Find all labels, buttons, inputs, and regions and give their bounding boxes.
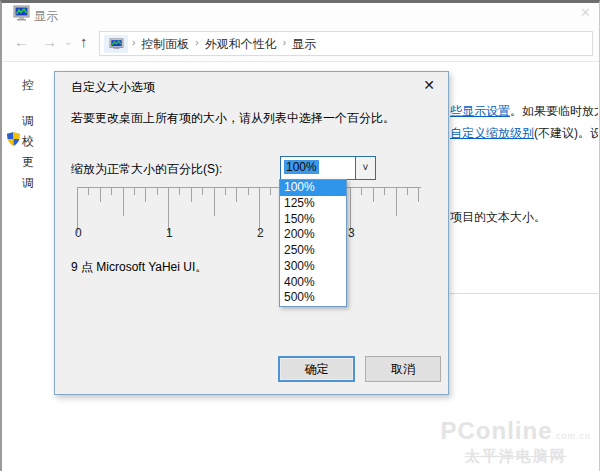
dialog-description: 若要更改桌面上所有项的大小，请从列表中选择一个百分比。 — [71, 110, 395, 127]
ok-button[interactable]: 确定 — [278, 356, 355, 382]
ruler-tick — [88, 188, 89, 195]
up-icon[interactable]: ↑ — [80, 33, 88, 50]
ruler-tick — [157, 188, 158, 195]
navigation-bar: ← → ⌄ ↑ › 控制面板 › 外观和个性化 › 显示 — [2, 27, 599, 62]
body-text: 。如果要临时放大 — [510, 104, 598, 118]
ruler-tick — [202, 188, 203, 195]
ruler-inch-label: 3 — [348, 226, 362, 240]
watermark-suffix: .com.cn — [552, 431, 591, 441]
dropdown-option[interactable]: 300% — [280, 259, 346, 275]
body-text: (不建议)。设置 — [534, 126, 598, 140]
combobox-selected-text: 100% — [284, 160, 319, 174]
ruler-inch-label: 1 — [166, 226, 180, 240]
sidebar-item-fragment[interactable]: 校 — [22, 133, 52, 150]
breadcrumb-display-icon — [104, 35, 128, 53]
ruler-tick — [179, 188, 180, 195]
address-bar[interactable]: › 控制面板 › 外观和个性化 › 显示 — [99, 31, 593, 56]
breadcrumb-appearance[interactable]: 外观和个性化 — [199, 36, 283, 53]
breadcrumb-display[interactable]: 显示 — [286, 36, 322, 53]
font-sample-note: 9 点 Microsoft YaHei UI。 — [71, 259, 207, 276]
ruler-tick — [191, 188, 192, 202]
dropdown-option[interactable]: 125% — [280, 196, 346, 212]
display-window: 显示 ✕ ← → ⌄ ↑ › 控制面板 › 外观和个性化 › 显示 — [0, 0, 600, 471]
ruler-inch-label: 0 — [75, 226, 89, 240]
combobox-dropdown-button[interactable]: ˅ — [355, 157, 375, 179]
forward-icon[interactable]: → — [42, 33, 57, 50]
window-close-icon[interactable]: ✕ — [580, 5, 591, 20]
section-divider — [450, 293, 598, 294]
combobox-value-field[interactable]: 100% — [281, 157, 355, 179]
sidebar-item-fragment[interactable]: 调 — [22, 175, 52, 192]
ruler-tick — [100, 188, 101, 202]
pconline-watermark: PConline.com.cn 太平洋电脑网 — [440, 420, 591, 466]
title-bar: 显示 ✕ — [2, 3, 599, 27]
body-text-fragment: 些显示设置。如果要临时放大 — [450, 103, 598, 120]
ruler-tick — [373, 188, 374, 202]
ruler-tick — [384, 188, 385, 195]
custom-sizing-dialog: 自定义大小选项 ✕ 若要更改桌面上所有项的大小，请从列表中选择一个百分比。 缩放… — [54, 71, 449, 395]
watermark-subtitle: 太平洋电脑网 — [440, 447, 591, 466]
scale-percentage-label: 缩放为正常大小的百分比(S): — [71, 161, 222, 178]
dialog-close-icon[interactable]: ✕ — [423, 77, 435, 93]
scale-percentage-dropdown-list: 100%125%150%200%250%300%400%500% — [279, 179, 347, 307]
history-chevron-icon[interactable]: ⌄ — [64, 36, 72, 47]
ruler-tick — [214, 188, 215, 216]
display-settings-link[interactable]: 些显示设置 — [450, 104, 510, 118]
ruler-tick — [418, 188, 419, 202]
ruler-inch-label: 2 — [257, 226, 271, 240]
display-icon — [13, 5, 30, 22]
sidebar-item-fragment[interactable]: 控 — [22, 77, 52, 94]
dialog-title: 自定义大小选项 — [71, 79, 155, 96]
ruler-baseline — [77, 187, 421, 188]
ruler-tick — [396, 188, 397, 216]
sidebar-item-fragment[interactable]: 调 — [22, 113, 52, 130]
back-icon[interactable]: ← — [14, 33, 29, 50]
scale-percentage-combobox[interactable]: 100% ˅ — [280, 156, 376, 180]
dropdown-option[interactable]: 500% — [280, 290, 346, 306]
cancel-button[interactable]: 取消 — [365, 356, 441, 382]
breadcrumb-control-panel[interactable]: 控制面板 — [135, 36, 195, 53]
dropdown-option[interactable]: 200% — [280, 227, 346, 243]
ruler-tick — [134, 188, 135, 195]
body-text-fragment: 项目的文本大小。 — [450, 209, 598, 226]
dropdown-option[interactable]: 100% — [280, 180, 346, 196]
watermark-brand: PConline — [440, 417, 552, 444]
custom-scaling-link[interactable]: 自定义缩放级别 — [450, 126, 534, 140]
ruler-tick — [225, 188, 226, 195]
ruler-tick — [111, 188, 112, 195]
ruler-tick — [270, 188, 271, 195]
breadcrumb: › 控制面板 › 外观和个性化 › 显示 — [132, 36, 322, 53]
dropdown-option[interactable]: 400% — [280, 275, 346, 291]
ruler-tick — [145, 188, 146, 202]
body-text-fragment: 自定义缩放级别(不建议)。设置 — [450, 125, 598, 142]
sidebar-item-fragment[interactable]: 更 — [22, 154, 52, 171]
window-title: 显示 — [34, 8, 58, 25]
dpi-ruler: 0123 — [77, 187, 423, 249]
uac-shield-icon — [7, 132, 20, 146]
ruler-tick — [361, 188, 362, 195]
ruler-tick — [236, 188, 237, 202]
dropdown-option[interactable]: 150% — [280, 212, 346, 228]
ruler-tick — [248, 188, 249, 195]
chevron-down-icon: ˅ — [363, 162, 369, 173]
ruler-tick — [123, 188, 124, 216]
ruler-tick — [407, 188, 408, 195]
dropdown-option[interactable]: 250% — [280, 243, 346, 259]
